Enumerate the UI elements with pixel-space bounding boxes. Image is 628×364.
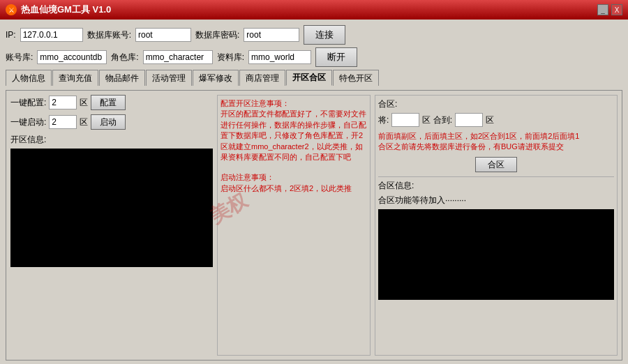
tab-special-zone[interactable]: 特色开区 xyxy=(333,70,379,86)
merge-row: 将: 区 合到: 区 xyxy=(378,113,614,127)
tab-burst-modify[interactable]: 爆军修改 xyxy=(193,70,239,86)
from-zone-input[interactable] xyxy=(391,113,419,127)
minimize-button[interactable]: _ xyxy=(597,4,608,15)
char-db-label: 角色库: xyxy=(111,52,138,63)
title-bar: ⚔ 热血仙境GM工具 V1.0 _ X xyxy=(0,0,628,20)
open-zone-info-box xyxy=(10,149,213,267)
close-button[interactable]: X xyxy=(611,4,622,15)
world-db-input[interactable] xyxy=(248,50,311,64)
connect-button[interactable]: 连接 xyxy=(304,25,345,45)
world-db-label: 资料库: xyxy=(217,52,244,63)
tab-activity[interactable]: 活动管理 xyxy=(146,70,192,86)
one-key-set-input[interactable] xyxy=(49,96,77,109)
account-db-label: 账号库: xyxy=(6,52,33,63)
char-db-input[interactable] xyxy=(143,50,213,64)
tab-character-info[interactable]: 人物信息 xyxy=(6,70,52,86)
one-key-start-input[interactable] xyxy=(49,115,77,129)
left-panel: 一键配置: 区 配置 一键启动: 区 启动 开区信息: xyxy=(10,95,213,356)
start-button[interactable]: 启动 xyxy=(91,114,126,130)
merge-section-title: 合区: xyxy=(378,98,614,110)
middle-panel: 配置开区注意事项： 开区的配置文件都配置好了，不需要对文件进行任何操作，数据库的… xyxy=(217,95,371,356)
connection-row-1: IP: 数据库账号: 数据库密码: 连接 xyxy=(6,25,622,45)
tab-bar: 人物信息 查询充值 物品邮件 活动管理 爆军修改 商店管理 开区合区 特色开区 xyxy=(6,70,622,86)
one-key-set-label: 一键配置: xyxy=(10,97,46,109)
merge-button[interactable]: 合区 xyxy=(475,157,517,172)
app-title: 热血仙境GM工具 V1.0 xyxy=(21,3,111,16)
ip-input[interactable] xyxy=(20,28,83,42)
app-icon: ⚔ xyxy=(6,4,17,15)
tab-merge-zone[interactable]: 开区合区 xyxy=(286,70,332,86)
tab-shop[interactable]: 商店管理 xyxy=(239,70,285,86)
open-zone-info-label: 开区信息: xyxy=(10,134,213,146)
main-window: IP: 数据库账号: 数据库密码: 连接 账号库: 角色库: 资料库: 断开 人… xyxy=(0,20,628,364)
db-account-label: 数据库账号: xyxy=(87,29,131,41)
one-key-config-row: 一键配置: 区 配置 xyxy=(10,95,213,110)
config-notice-text: 配置开区注意事项： 开区的配置文件都配置好了，不需要对文件进行任何操作，数据库的… xyxy=(220,98,367,162)
db-password-input[interactable] xyxy=(244,28,299,42)
db-password-label: 数据库密码: xyxy=(195,29,239,41)
db-account-input[interactable] xyxy=(135,28,191,42)
merge-info-label: 合区信息: xyxy=(378,180,614,192)
from-label: 将: xyxy=(378,114,389,126)
zone-label-1: 区 xyxy=(80,97,88,109)
merge-info-box xyxy=(378,209,614,300)
tab-item-mail[interactable]: 物品邮件 xyxy=(99,70,145,86)
config-button[interactable]: 配置 xyxy=(91,95,126,110)
tab-query-recharge[interactable]: 查询充值 xyxy=(52,70,98,86)
account-db-input[interactable] xyxy=(37,50,107,64)
zone-label-2: 区 xyxy=(80,116,88,128)
ip-label: IP: xyxy=(6,30,16,40)
title-bar-left: ⚔ 热血仙境GM工具 V1.0 xyxy=(6,3,111,16)
zone-to-label: 区 合到: xyxy=(422,114,452,126)
content-area: 一键配置: 区 配置 一键启动: 区 启动 开区信息: 配置开区注意事项： 开区… xyxy=(6,90,622,361)
to-zone-input[interactable] xyxy=(455,113,483,127)
one-key-start-label: 一键启动: xyxy=(10,116,46,128)
start-notice-text: 启动注意事项： 启动区什么都不填，2区填2，以此类推 xyxy=(220,172,367,194)
disconnect-button[interactable]: 断开 xyxy=(315,47,357,67)
merge-waiting-text: 合区功能等待加入········· xyxy=(378,195,614,206)
title-controls: _ X xyxy=(597,4,622,15)
merge-notice-text: 前面填副区，后面填主区，如2区合到1区，前面填2后面填1 合区之前请先将数据库进… xyxy=(378,131,614,153)
connection-row-2: 账号库: 角色库: 资料库: 断开 xyxy=(6,47,622,67)
right-panel: 合区: 将: 区 合到: 区 前面填副区，后面填主区，如2区合到1区，前面填2后… xyxy=(375,95,618,356)
zone-label-4: 区 xyxy=(486,114,494,126)
one-key-start-row: 一键启动: 区 启动 xyxy=(10,114,213,130)
